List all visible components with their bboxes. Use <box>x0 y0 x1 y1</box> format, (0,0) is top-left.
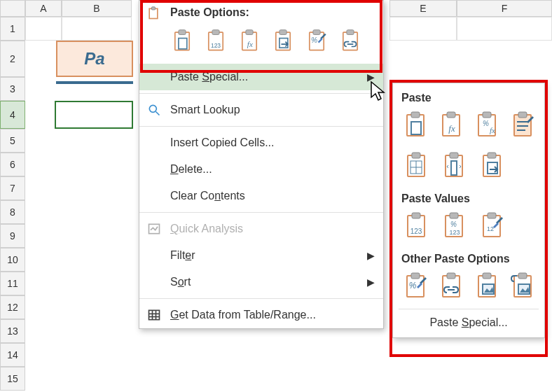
paste-no-borders-icon[interactable] <box>400 149 432 181</box>
col-F[interactable]: F <box>457 0 552 17</box>
row-3[interactable]: 3 <box>0 77 25 101</box>
paste-options-header: Paste Options: <box>139 1 383 23</box>
insert-copied-label: Insert Copied Cells... <box>170 136 275 149</box>
menu-sort[interactable]: Sort ▶ <box>139 269 383 295</box>
menu-filter[interactable]: Filter ▶ <box>139 242 383 269</box>
submenu-values-heading: Paste Values <box>399 188 539 208</box>
submenu-paste-special-link[interactable]: Paste Special... <box>399 309 539 336</box>
row-12[interactable]: 12 <box>0 295 25 319</box>
col-B[interactable]: B <box>62 0 132 17</box>
paste-col-width-icon[interactable] <box>438 149 470 181</box>
table-icon <box>146 307 162 323</box>
paste-link-icon[interactable] <box>436 270 466 302</box>
context-menu: Paste Options: Paste Special... ▶ Smart … <box>139 0 384 329</box>
smart-lookup-label: Smart Lookup <box>170 104 240 116</box>
submenu-paste-row2 <box>399 148 539 188</box>
paste-picture-icon[interactable] <box>471 270 502 302</box>
cell-B1[interactable] <box>62 17 132 41</box>
paste-values-numfmt-icon[interactable] <box>438 209 470 241</box>
paste-formulas-icon[interactable] <box>235 26 264 55</box>
menu-insert-copied[interactable]: Insert Copied Cells... <box>139 130 383 156</box>
select-all-corner[interactable] <box>0 0 25 17</box>
row-11[interactable]: 11 <box>0 272 25 295</box>
paste-formatting-icon[interactable] <box>302 26 331 55</box>
submenu-values-row <box>399 208 539 248</box>
paste-transpose-icon[interactable] <box>476 149 508 181</box>
menu-delete[interactable]: Delete... <box>139 156 383 183</box>
title-underline <box>56 81 133 84</box>
paste-formulas-icon[interactable] <box>436 108 466 141</box>
separator <box>139 93 383 94</box>
paste-values-icon[interactable] <box>201 26 230 55</box>
row-5[interactable]: 5 <box>0 129 25 153</box>
paste-transpose-icon[interactable] <box>268 26 298 55</box>
submenu-arrow-icon: ▶ <box>367 276 375 288</box>
row-15[interactable]: 15 <box>0 367 25 391</box>
submenu-paste-row1 <box>399 107 539 148</box>
paste-all-icon[interactable] <box>400 108 430 141</box>
mouse-cursor-icon <box>370 80 385 102</box>
col-E[interactable]: E <box>389 0 457 17</box>
paste-options-row <box>139 23 383 64</box>
cell-E1[interactable] <box>389 17 457 41</box>
menu-paste-special[interactable]: Paste Special... ▶ <box>139 64 383 90</box>
paste-values-srcfmt-icon[interactable] <box>476 209 508 241</box>
row-2[interactable]: 2 <box>0 41 25 77</box>
row-10[interactable]: 10 <box>0 248 25 272</box>
paste-link-icon[interactable] <box>336 26 365 55</box>
selected-cell-B4[interactable] <box>55 101 133 129</box>
paste-formulas-numfmt-icon[interactable] <box>471 108 502 141</box>
menu-clear-contents[interactable]: Clear Contents <box>139 183 383 209</box>
menu-quick-analysis: Quick Analysis <box>139 216 383 242</box>
row-4[interactable]: 4 <box>0 101 25 129</box>
separator <box>139 212 383 213</box>
col-A[interactable]: A <box>25 0 62 17</box>
row-1[interactable]: 1 <box>0 17 25 41</box>
clipboard-icon <box>146 6 162 22</box>
row-14[interactable]: 14 <box>0 343 25 367</box>
submenu-arrow-icon: ▶ <box>367 250 375 261</box>
submenu-other-heading: Other Paste Options <box>399 248 539 268</box>
row-8[interactable]: 8 <box>0 200 25 224</box>
separator <box>139 298 383 299</box>
menu-smart-lookup[interactable]: Smart Lookup <box>139 97 383 123</box>
row-7[interactable]: 7 <box>0 176 25 200</box>
search-icon <box>146 102 162 118</box>
cell-A1[interactable] <box>25 17 62 41</box>
separator <box>139 126 383 127</box>
paste-options-label: Paste Options: <box>170 6 249 18</box>
quick-analysis-icon <box>146 221 162 237</box>
paste-values-icon[interactable] <box>400 209 432 241</box>
submenu-other-row <box>399 268 539 309</box>
paste-keep-source-icon[interactable] <box>507 108 537 141</box>
cell-F1[interactable] <box>457 17 552 41</box>
row-13[interactable]: 13 <box>0 319 25 343</box>
paste-all-icon[interactable] <box>167 26 197 55</box>
row-6[interactable]: 6 <box>0 153 25 176</box>
title-cell[interactable]: Pa <box>56 41 133 77</box>
menu-get-data[interactable]: Get Data from Table/Range... <box>139 302 383 328</box>
paste-linked-picture-icon[interactable] <box>507 270 537 302</box>
submenu-paste-heading: Paste <box>399 88 539 107</box>
paste-special-submenu: Paste Paste Values Other Paste Options P… <box>392 83 545 338</box>
row-9[interactable]: 9 <box>0 224 25 248</box>
paste-formatting-icon[interactable] <box>400 270 430 302</box>
